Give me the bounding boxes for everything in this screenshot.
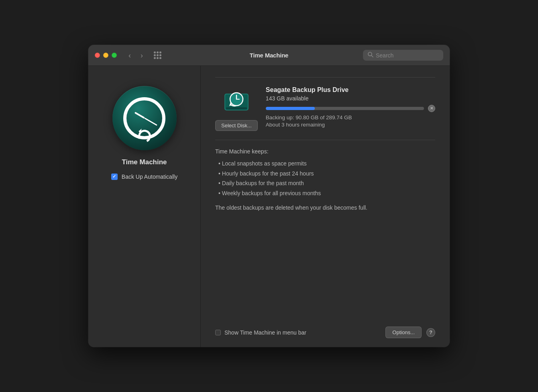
top-separator <box>215 77 435 78</box>
arrow-head <box>139 129 143 133</box>
mid-separator <box>215 140 435 140</box>
window-title: Time Machine <box>250 52 289 59</box>
search-input[interactable] <box>376 52 438 59</box>
minimize-button[interactable] <box>103 53 108 58</box>
nav-buttons: ‹ › <box>125 52 147 59</box>
grid-dot <box>154 51 156 53</box>
search-bar[interactable] <box>363 50 443 61</box>
grid-dot <box>159 54 161 56</box>
options-button[interactable]: Options... <box>385 327 422 338</box>
clock-hour-hand <box>134 112 145 118</box>
grid-dot <box>157 57 159 59</box>
grid-view-button[interactable] <box>154 51 161 59</box>
show-menubar-label: Show Time Machine in menu bar <box>224 329 306 336</box>
drive-svg <box>222 86 251 115</box>
progress-row: ✕ <box>266 105 435 112</box>
drive-name: Seagate Backup Plus Drive <box>266 86 435 94</box>
list-item: Daily backups for the past month <box>215 178 435 188</box>
back-button[interactable]: ‹ <box>125 52 134 59</box>
grid-dot <box>157 51 159 53</box>
auto-backup-row: ✓ Back Up Automatically <box>111 174 177 180</box>
keeps-section: Time Machine keeps: Local snapshots as s… <box>215 148 435 212</box>
progress-bar-background <box>266 107 424 110</box>
keeps-note: The oldest backups are deleted when your… <box>215 204 435 212</box>
bottom-bar: Show Time Machine in menu bar Options...… <box>201 320 450 347</box>
auto-backup-checkbox[interactable]: ✓ <box>111 174 118 180</box>
keeps-list: Local snapshots as space permits Hourly … <box>215 159 435 198</box>
clock-icon <box>123 97 165 139</box>
right-panel: Select Disk... Seagate Backup Plus Drive… <box>201 66 450 347</box>
keeps-title: Time Machine keeps: <box>215 148 435 155</box>
drive-icon-wrap: Select Disk... <box>215 86 258 131</box>
drive-icon <box>222 86 251 115</box>
grid-dot <box>154 57 156 59</box>
svg-line-1 <box>371 55 373 57</box>
left-panel: Time Machine ✓ Back Up Automatically <box>88 66 201 347</box>
titlebar: ‹ › Time Machine <box>88 45 450 66</box>
drive-available: 143 GB available <box>266 95 435 102</box>
list-item: Local snapshots as space permits <box>215 159 435 169</box>
list-item: Hourly backups for the past 24 hours <box>215 169 435 179</box>
list-item: Weekly backups for all previous months <box>215 188 435 198</box>
cancel-backup-button[interactable]: ✕ <box>428 105 435 112</box>
fullscreen-button[interactable] <box>112 53 117 58</box>
app-icon <box>112 86 177 150</box>
close-button[interactable] <box>95 53 100 58</box>
backup-remaining: About 3 hours remaining <box>266 122 435 128</box>
clock-minute-hand <box>144 118 157 126</box>
cancel-icon: ✕ <box>430 106 433 110</box>
content-area: Time Machine ✓ Back Up Automatically <box>88 66 450 347</box>
grid-dot <box>154 54 156 56</box>
arrow-circle <box>136 128 153 144</box>
progress-bar-fill <box>266 107 315 110</box>
drive-section: Select Disk... Seagate Backup Plus Drive… <box>215 86 435 131</box>
show-menubar-checkbox[interactable] <box>215 330 221 335</box>
traffic-lights <box>95 53 117 58</box>
auto-backup-label: Back Up Automatically <box>122 174 177 180</box>
drive-info: Seagate Backup Plus Drive 143 GB availab… <box>266 86 435 128</box>
backup-status: Backing up: 90.80 GB of 289.74 GB <box>266 114 435 120</box>
grid-dot <box>159 51 161 53</box>
checkbox-checkmark: ✓ <box>112 174 116 179</box>
help-button[interactable]: ? <box>426 328 435 337</box>
right-content: Select Disk... Seagate Backup Plus Drive… <box>201 66 450 320</box>
select-disk-button[interactable]: Select Disk... <box>215 120 258 131</box>
app-label: Time Machine <box>122 158 167 166</box>
search-icon <box>368 52 373 59</box>
main-window: ‹ › Time Machine <box>88 45 450 347</box>
grid-dot <box>157 54 159 56</box>
arrow-wrap <box>138 130 151 143</box>
show-menubar-row: Show Time Machine in menu bar <box>215 329 381 336</box>
grid-dot <box>159 57 161 59</box>
forward-button[interactable]: › <box>137 52 147 59</box>
svg-rect-8 <box>226 107 247 110</box>
